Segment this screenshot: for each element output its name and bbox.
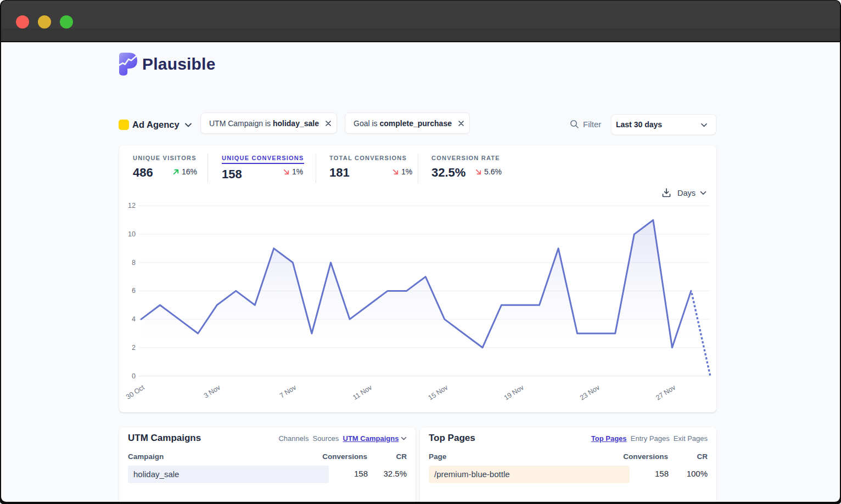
svg-text:3 Nov: 3 Nov: [203, 383, 222, 400]
svg-text:2: 2: [132, 344, 136, 352]
svg-text:0: 0: [132, 372, 136, 380]
svg-text:12: 12: [128, 202, 136, 209]
svg-text:4: 4: [132, 315, 136, 323]
svg-text:30 Oct: 30 Oct: [125, 383, 146, 401]
svg-text:15 Nov: 15 Nov: [427, 383, 450, 402]
svg-text:10: 10: [128, 230, 136, 238]
svg-text:11 Nov: 11 Nov: [351, 383, 374, 401]
svg-text:6: 6: [132, 287, 136, 295]
svg-text:19 Nov: 19 Nov: [503, 383, 525, 402]
svg-text:7 Nov: 7 Nov: [278, 383, 298, 400]
svg-text:8: 8: [132, 259, 136, 267]
svg-text:27 Nov: 27 Nov: [654, 383, 677, 402]
svg-text:23 Nov: 23 Nov: [579, 383, 601, 402]
